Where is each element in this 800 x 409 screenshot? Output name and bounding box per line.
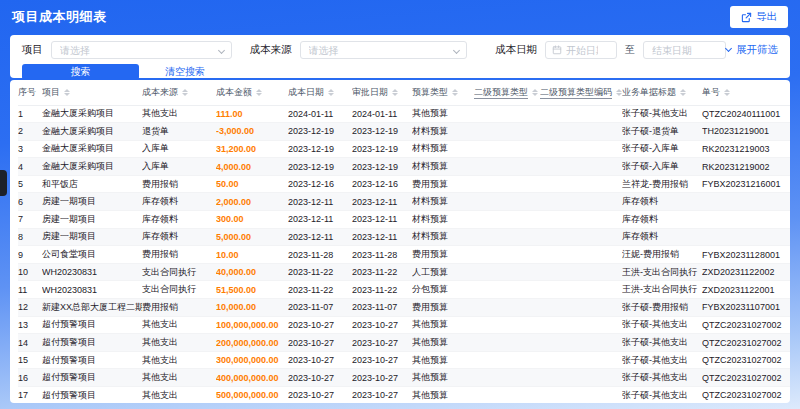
table-cell: 入库单 bbox=[142, 140, 216, 158]
table-cell: 费用报销 bbox=[142, 175, 216, 193]
table-cell: 11 bbox=[18, 281, 42, 299]
table-cell: 材料预算 bbox=[412, 158, 474, 176]
table-cell: 2023-12-16 bbox=[288, 175, 352, 193]
column-header[interactable]: 业务单据标题 bbox=[622, 80, 702, 105]
table-cell: 2023-12-19 bbox=[288, 140, 352, 158]
table-cell: 2023-10-27 bbox=[352, 387, 412, 404]
expand-filter-link[interactable]: 展开筛选 bbox=[726, 43, 778, 57]
table-cell bbox=[540, 316, 622, 334]
project-select[interactable] bbox=[51, 41, 232, 59]
table-cell bbox=[540, 140, 622, 158]
end-date-field[interactable] bbox=[644, 42, 725, 58]
search-button[interactable]: 搜索 bbox=[22, 64, 139, 80]
table-cell: ZXD20231122002 bbox=[702, 263, 790, 281]
table-cell: 2023-10-27 bbox=[352, 334, 412, 352]
table-cell: 张子硕-其他支出 bbox=[622, 316, 702, 334]
table-cell: 张子硕-其他支出 bbox=[622, 387, 702, 404]
table-cell: 张子硕-费用报销 bbox=[622, 299, 702, 317]
table-cell bbox=[474, 334, 540, 352]
table-cell bbox=[474, 105, 540, 123]
table-cell: 500,000,000.00 bbox=[216, 387, 288, 404]
table-cell bbox=[540, 105, 622, 123]
table-cell: 张子硕-入库单 bbox=[622, 158, 702, 176]
table-cell bbox=[540, 211, 622, 229]
table-cell: 其他预算 bbox=[412, 334, 474, 352]
table-cell: ZXD20231122001 bbox=[702, 281, 790, 299]
table-cell: 2023-12-19 bbox=[352, 158, 412, 176]
column-header[interactable]: 成本日期 bbox=[288, 80, 352, 105]
table-cell: 2023-12-19 bbox=[288, 158, 352, 176]
table-cell: QTZC20231027002 bbox=[702, 316, 790, 334]
table-cell: 13 bbox=[18, 316, 42, 334]
table-row: 12新建XX总部大厦工程二期费用报销10,000.002023-11-07202… bbox=[18, 299, 790, 317]
table-cell: 14 bbox=[18, 334, 42, 352]
cost-source-select[interactable] bbox=[300, 41, 468, 59]
table-cell: 10 bbox=[18, 263, 42, 281]
sort-icon[interactable] bbox=[452, 89, 458, 97]
cost-source-select-input[interactable] bbox=[301, 42, 467, 58]
sort-icon[interactable] bbox=[532, 89, 538, 97]
column-header[interactable]: 成本金额 bbox=[216, 80, 288, 105]
table-cell: 金融大厦采购项目 bbox=[42, 105, 142, 123]
table-cell: 张子硕-其他支出 bbox=[622, 334, 702, 352]
clear-search-link[interactable]: 清空搜索 bbox=[165, 65, 205, 79]
sort-icon[interactable] bbox=[680, 89, 686, 97]
table-cell: 汪妮-费用报销 bbox=[622, 246, 702, 264]
table-row: 11WH20230831支出合同执行51,500.002023-11-22202… bbox=[18, 281, 790, 299]
table-cell: 17 bbox=[18, 387, 42, 404]
table-cell: 费用预算 bbox=[412, 246, 474, 264]
column-label: 二级预算类型 bbox=[474, 87, 528, 99]
end-date-input[interactable] bbox=[643, 41, 726, 59]
project-select-input[interactable] bbox=[52, 42, 231, 58]
table-cell bbox=[474, 351, 540, 369]
table-cell bbox=[474, 123, 540, 141]
table-cell: RK20231219003 bbox=[702, 140, 790, 158]
column-header[interactable]: 二级预算类型 bbox=[474, 80, 540, 105]
start-date-input[interactable] bbox=[545, 41, 617, 59]
table-cell: 2023-12-19 bbox=[352, 140, 412, 158]
table-cell: RK20231219002 bbox=[702, 158, 790, 176]
column-header[interactable]: 单号 bbox=[702, 80, 790, 105]
table-row: 13超付预警项目其他支出100,000,000.002023-10-272023… bbox=[18, 316, 790, 334]
table-cell: 2023-12-19 bbox=[288, 123, 352, 141]
export-button[interactable]: 导出 bbox=[730, 6, 788, 28]
table-cell bbox=[474, 211, 540, 229]
table-cell bbox=[702, 211, 790, 229]
sort-icon[interactable] bbox=[724, 89, 730, 97]
table-cell: 材料预算 bbox=[412, 193, 474, 211]
column-header[interactable]: 预算类型 bbox=[412, 80, 474, 105]
table-cell: 兰祥龙-费用报销 bbox=[622, 175, 702, 193]
start-date-field[interactable] bbox=[562, 42, 616, 58]
table-cell: 超付预警项目 bbox=[42, 316, 142, 334]
column-header[interactable]: 成本来源 bbox=[142, 80, 216, 105]
table-cell bbox=[474, 387, 540, 404]
table-cell: 其他预算 bbox=[412, 105, 474, 123]
table-header-row: 序号项目成本来源成本金额成本日期审批日期预算类型二级预算类型二级预算类型编码业务… bbox=[18, 80, 790, 105]
table-cell: 材料预算 bbox=[412, 211, 474, 229]
table-cell: 40,000.00 bbox=[216, 263, 288, 281]
export-icon bbox=[741, 12, 752, 23]
sort-icon[interactable] bbox=[256, 89, 262, 97]
sort-icon[interactable] bbox=[182, 89, 188, 97]
table-cell bbox=[540, 299, 622, 317]
column-header[interactable]: 项目 bbox=[42, 80, 142, 105]
side-drawer-handle[interactable] bbox=[0, 170, 7, 196]
sort-icon[interactable] bbox=[392, 89, 398, 97]
table-row: 7房建一期项目库存领料300.002023-12-112023-12-11材料预… bbox=[18, 211, 790, 229]
table-cell: 2023-12-11 bbox=[288, 228, 352, 246]
column-header[interactable]: 审批日期 bbox=[352, 80, 412, 105]
table-cell: 材料预算 bbox=[412, 140, 474, 158]
table-cell: 材料预算 bbox=[412, 228, 474, 246]
column-header[interactable]: 二级预算类型编码 bbox=[540, 80, 622, 105]
table-cell: 111.00 bbox=[216, 105, 288, 123]
table-cell: 其他预算 bbox=[412, 369, 474, 387]
table-row: 2金融大厦采购项目退货单-3,000.002023-12-192023-12-1… bbox=[18, 123, 790, 141]
table-cell bbox=[702, 193, 790, 211]
table-cell: QTZC20240111001 bbox=[702, 105, 790, 123]
sort-icon[interactable] bbox=[64, 89, 70, 97]
sort-icon[interactable] bbox=[328, 89, 334, 97]
table-cell: 张子硕-退货单 bbox=[622, 123, 702, 141]
table-cell: 其他预算 bbox=[412, 316, 474, 334]
table-cell: 金融大厦采购项目 bbox=[42, 158, 142, 176]
table-cell: 房建一期项目 bbox=[42, 211, 142, 229]
